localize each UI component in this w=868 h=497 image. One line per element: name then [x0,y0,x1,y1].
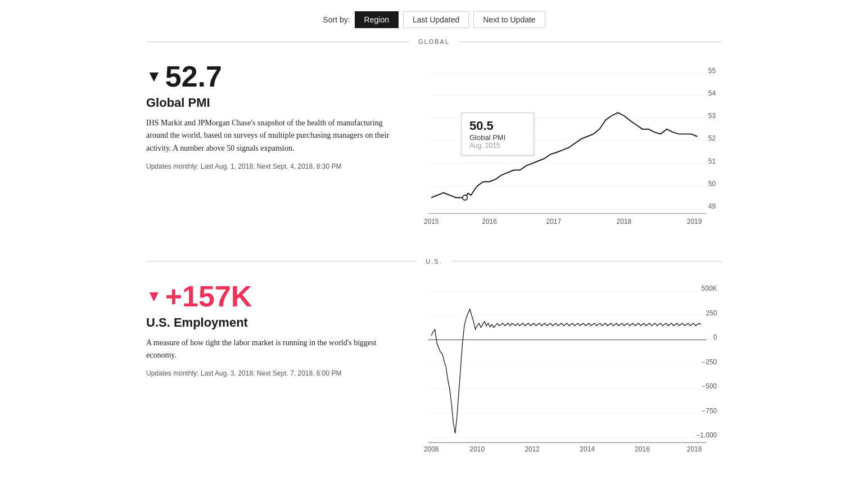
tooltip-name-global-pmi: Global PMI [469,133,526,142]
section-divider-global: GLOBAL [146,38,722,45]
indicator-update-global-pmi: Updates monthly: Last Aug. 1, 2018; Next… [146,162,394,170]
svg-text:2016: 2016 [635,445,650,453]
indicator-value-global-pmi: ▼ 52.7 [146,62,394,91]
svg-text:55: 55 [708,67,716,75]
sort-next-to-update-button[interactable]: Next to Update [473,11,545,28]
chart-line-us-employment [431,309,701,433]
svg-text:2019: 2019 [687,218,702,225]
indicator-desc-global-pmi: IHS Markit and JPMorgan Chase's snapshot… [146,117,394,155]
arrow-icon-global-pmi: ▼ [146,69,162,84]
section-label-us: U.S. [417,258,451,265]
svg-text:2010: 2010 [470,445,485,453]
svg-text:2015: 2015 [424,218,439,225]
indicator-left-us-employment: ▼ +157K U.S. Employment A measure of how… [146,282,394,378]
tooltip-value-global-pmi: 50.5 [469,119,526,133]
indicator-title-global-pmi: Global PMI [146,96,394,110]
svg-text:2017: 2017 [546,218,562,225]
sort-region-button[interactable]: Region [355,11,399,28]
svg-text:2008: 2008 [424,445,439,453]
chart-container-global-pmi: 50.5 Global PMI Aug. 2015 55 54 53 52 51… [416,62,722,236]
svg-text:2018: 2018 [687,445,702,453]
indicator-title-us-employment: U.S. Employment [146,315,394,330]
svg-text:51: 51 [708,157,716,165]
indicator-row-global-pmi: ▼ 52.7 Global PMI IHS Markit and JPMorga… [0,45,868,258]
indicator-value-us-employment: ▼ +157K [146,282,394,311]
svg-text:54: 54 [708,89,716,97]
svg-text:2016: 2016 [482,218,497,225]
indicator-update-us-employment: Updates monthly: Last Aug. 3, 2018; Next… [146,369,394,377]
section-label-global: GLOBAL [409,38,459,45]
indicator-desc-us-employment: A measure of how tight the labor market … [146,337,394,362]
arrow-icon-us-employment: ▼ [146,288,162,304]
value-us-employment: +157K [165,282,252,311]
svg-text:53: 53 [708,112,716,120]
svg-text:−250: −250 [702,358,717,366]
svg-text:2012: 2012 [525,445,540,453]
svg-text:50: 50 [708,180,716,188]
svg-text:500K: 500K [701,284,717,292]
indicator-row-us-employment: ▼ +157K U.S. Employment A measure of how… [0,265,868,484]
chart-tooltip-global-pmi: 50.5 Global PMI Aug. 2015 [461,112,534,156]
chart-svg-us-employment: 500K 250 0 −250 −500 −750 −1,000 2008 20… [416,282,722,459]
svg-text:2018: 2018 [617,218,632,225]
sort-bar: Sort by: Region Last Updated Next to Upd… [0,0,868,38]
chart-tooltip-dot-global-pmi [463,195,468,200]
tooltip-date-global-pmi: Aug. 2015 [469,142,526,150]
indicator-left-global-pmi: ▼ 52.7 Global PMI IHS Markit and JPMorga… [146,62,394,170]
svg-text:2014: 2014 [580,445,595,453]
sort-label: Sort by: [323,15,350,24]
svg-text:−500: −500 [702,382,717,390]
sort-last-updated-button[interactable]: Last Updated [403,11,469,28]
svg-text:−750: −750 [702,407,717,415]
section-divider-us: U.S. [146,258,722,265]
value-global-pmi: 52.7 [165,62,222,91]
svg-text:250: 250 [706,309,717,317]
svg-text:52: 52 [708,134,716,142]
svg-text:0: 0 [713,333,717,341]
chart-container-us-employment: 500K 250 0 −250 −500 −750 −1,000 2008 20… [416,282,722,462]
svg-text:−1,000: −1,000 [696,431,717,439]
svg-text:49: 49 [708,202,716,210]
